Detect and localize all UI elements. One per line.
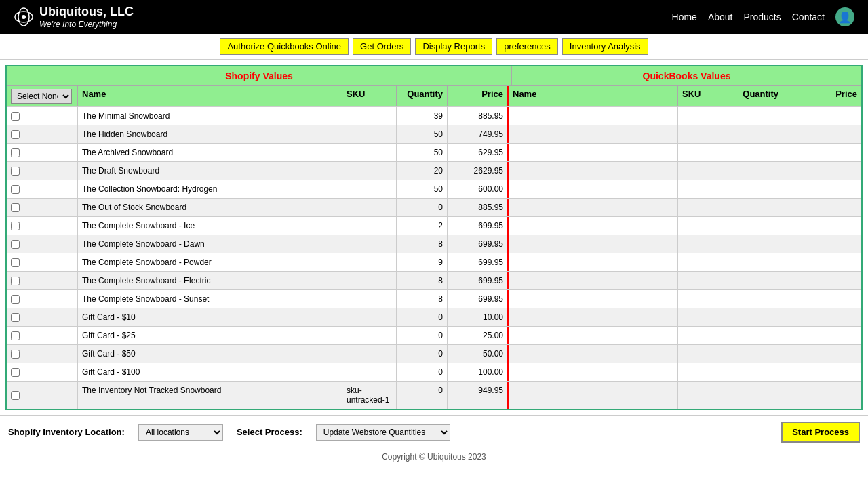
table-row: The Draft Snowboard 20 2629.95 [7,161,861,180]
footer-bar: Shopify Inventory Location: All location… [0,415,868,448]
row-checkbox-cell [7,363,78,381]
qb-qty-cell [732,107,783,125]
table-row: The Complete Snowboard - Dawn 8 699.95 [7,235,861,253]
qb-qty-cell [732,144,783,161]
logo-icon [14,7,34,27]
qb-sku-cell [678,180,732,198]
row-checkbox[interactable] [11,391,20,400]
location-label: Shopify Inventory Location: [8,427,125,437]
svg-point-2 [22,15,26,19]
shopify-price-cell: 885.95 [448,199,509,216]
qb-price-cell [783,162,861,180]
qb-sku-cell [678,290,732,308]
qb-qty-cell [732,162,783,180]
shopify-qty-cell: 0 [397,382,448,409]
row-checkbox[interactable] [11,222,20,230]
table-row: The Complete Snowboard - Electric 8 699.… [7,271,861,289]
row-checkbox[interactable] [11,203,20,212]
row-checkbox-cell [7,290,78,308]
main-content: Shopify Values QuickBooks Values Select … [0,60,868,415]
qb-price-cell [783,345,861,363]
row-checkbox[interactable] [11,148,20,157]
user-avatar[interactable]: 👤 [835,7,854,26]
shopify-qty-cell: 50 [397,125,448,143]
qb-qty-cell [732,382,783,409]
shopify-name-cell: Gift Card - $10 [78,308,342,326]
qb-sku-cell [678,327,732,344]
table-row: Gift Card - $100 0 100.00 [7,363,861,381]
nav-about[interactable]: About [708,12,733,22]
start-process-button[interactable]: Start Process [781,422,860,443]
process-select[interactable]: Update Webstore Quantities Update QuickB… [316,424,450,441]
shopify-price-cell: 10.00 [448,308,509,326]
row-checkbox-cell [7,253,78,271]
inventory-table: Shopify Values QuickBooks Values Select … [5,65,863,410]
nav-home[interactable]: Home [672,12,697,22]
section-headers: Shopify Values QuickBooks Values [7,66,861,85]
qb-price-cell [783,290,861,308]
authorize-qb-button[interactable]: Authorize Quickbooks Online [220,38,349,55]
qb-price-cell [783,235,861,253]
shopify-sku-cell [342,107,397,125]
shopify-sku-cell: sku-untracked-1 [342,382,397,409]
shopify-price-cell: 100.00 [448,363,509,381]
select-none-dropdown[interactable]: Select None ▾ Select All [11,89,72,104]
row-checkbox[interactable] [11,277,20,285]
qb-name-cell [509,253,678,271]
row-checkbox[interactable] [11,350,20,359]
row-checkbox-cell [7,107,78,125]
row-checkbox-cell [7,180,78,198]
table-row: The Inventory Not Tracked Snowboard sku-… [7,381,861,409]
shopify-qty-cell: 50 [397,144,448,161]
shopify-price-cell: 699.95 [448,235,509,253]
row-checkbox[interactable] [11,185,20,194]
qb-price-header: Price [783,86,861,106]
qb-name-cell [509,180,678,198]
logo-area: Ubiquitous, LLC We're Into Everything [14,4,134,30]
row-checkbox[interactable] [11,295,20,304]
row-checkbox[interactable] [11,368,20,377]
shopify-qty-cell: 50 [397,180,448,198]
qb-name-cell [509,235,678,253]
row-checkbox[interactable] [11,167,20,176]
location-select[interactable]: All locations Main Warehouse Store Front [138,424,223,441]
preferences-button[interactable]: preferences [496,38,558,55]
shopify-price-cell: 699.95 [448,290,509,308]
qb-name-cell [509,199,678,216]
qb-price-cell [783,382,861,409]
row-checkbox[interactable] [11,258,20,267]
display-reports-button[interactable]: Display Reports [415,38,492,55]
row-checkbox[interactable] [11,240,20,249]
shopify-sku-cell [342,327,397,344]
qb-name-header: Name [509,86,678,106]
shopify-sku-cell [342,217,397,235]
qb-price-cell [783,363,861,381]
qb-sku-cell [678,217,732,235]
row-checkbox[interactable] [11,331,20,340]
qb-price-cell [783,327,861,344]
get-orders-button[interactable]: Get Orders [353,38,411,55]
shopify-name-cell: The Inventory Not Tracked Snowboard [78,382,342,409]
row-checkbox[interactable] [11,112,20,121]
qb-price-cell [783,253,861,271]
shopify-sku-cell [342,180,397,198]
shopify-qty-cell: 0 [397,363,448,381]
row-checkbox[interactable] [11,313,20,322]
nav-products[interactable]: Products [744,12,781,22]
inventory-analysis-button[interactable]: Inventory Analysis [562,38,648,55]
shopify-name-cell: The Hidden Snowboard [78,125,342,143]
qb-qty-cell [732,253,783,271]
qb-qty-cell [732,345,783,363]
qb-qty-header: Quantity [732,86,783,106]
shopify-qty-cell: 0 [397,327,448,344]
qb-name-cell [509,308,678,326]
row-checkbox[interactable] [11,130,20,139]
nav-contact[interactable]: Contact [792,12,825,22]
shopify-name-cell: The Draft Snowboard [78,162,342,180]
shopify-price-cell: 699.95 [448,272,509,289]
shopify-price-cell: 749.95 [448,125,509,143]
qb-price-cell [783,125,861,143]
shopify-qty-cell: 8 [397,272,448,289]
row-checkbox-cell [7,199,78,216]
shopify-qty-cell: 9 [397,253,448,271]
